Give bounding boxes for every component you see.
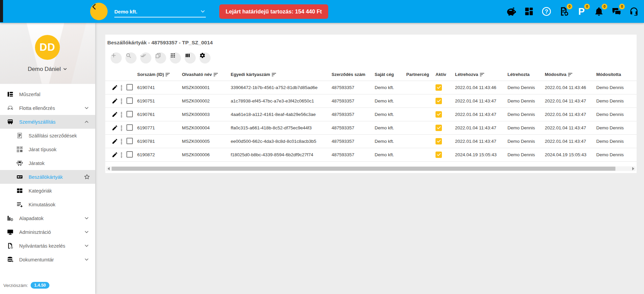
edit-row-button[interactable] bbox=[112, 98, 118, 104]
dashboard-icon bbox=[7, 91, 14, 98]
help-icon: ? bbox=[541, 6, 552, 17]
column-header[interactable]: Létrehozva bbox=[455, 72, 507, 77]
search-button[interactable] bbox=[125, 52, 137, 64]
filter-icon[interactable] bbox=[272, 73, 276, 76]
apps-grid-button[interactable] bbox=[524, 6, 534, 17]
cell-created_by: Demo Dennis bbox=[507, 85, 545, 90]
active-checkbox[interactable] bbox=[435, 152, 442, 158]
sidebar-collapse-button[interactable] bbox=[90, 3, 108, 20]
grid-button[interactable] bbox=[170, 52, 181, 64]
row-checkbox[interactable] bbox=[126, 124, 133, 131]
cell-id: 6190872 bbox=[137, 152, 182, 157]
filter-icon[interactable] bbox=[568, 73, 572, 76]
add-button[interactable] bbox=[111, 52, 122, 64]
chevron-down-icon bbox=[84, 243, 89, 249]
sidebar-item-5[interactable]: Járatok bbox=[0, 156, 95, 170]
edit-row-button[interactable] bbox=[112, 125, 118, 131]
columns-icon bbox=[185, 52, 196, 64]
column-header[interactable]: Szerződés szám bbox=[332, 72, 375, 77]
sidebar-item-9[interactable]: Alapadatok bbox=[0, 211, 95, 225]
sidebar-item-3[interactable]: Szállítási szerződések bbox=[0, 129, 95, 142]
filter-icon[interactable] bbox=[214, 73, 218, 76]
table-row[interactable]: 6190781MSZK000005ee00d500-662c-4da3-8c8d… bbox=[105, 135, 637, 148]
filter-icon[interactable] bbox=[165, 73, 170, 76]
column-header[interactable]: Saját cég bbox=[375, 72, 406, 77]
cell-own_company: Demo kft. bbox=[375, 125, 406, 130]
column-header[interactable]: Partnercég bbox=[406, 72, 435, 77]
edit-row-button[interactable] bbox=[112, 111, 118, 118]
version-info: Verziószám: 1.4.50 bbox=[3, 282, 49, 289]
cell-id: 6190751 bbox=[137, 98, 182, 103]
active-checkbox[interactable] bbox=[435, 84, 442, 91]
settings-button[interactable] bbox=[199, 52, 211, 64]
avatar[interactable]: DD bbox=[35, 35, 60, 60]
scroll-left-arrow[interactable] bbox=[106, 166, 111, 171]
count-badge: 0 bbox=[584, 4, 590, 9]
cell-readable_name: MSZK000006 bbox=[182, 152, 231, 157]
sidebar-item-6[interactable]: Beszállókártyák bbox=[0, 170, 95, 184]
edit-pencil-icon bbox=[112, 98, 118, 104]
active-checkbox[interactable] bbox=[435, 138, 442, 144]
row-checkbox[interactable] bbox=[126, 97, 133, 104]
sidebar-item-12[interactable]: Dokumentumtár bbox=[0, 253, 95, 266]
help-button[interactable]: ? bbox=[541, 6, 552, 17]
sidebar-item-label: Alapadatok bbox=[19, 216, 84, 221]
cell-modified_by: Demo Dennis bbox=[596, 85, 637, 90]
filter-icon[interactable] bbox=[480, 73, 484, 76]
parking-button[interactable]: P0 bbox=[576, 6, 587, 17]
sidebar-item-2[interactable]: Személyszállítás bbox=[0, 115, 95, 129]
active-checkbox[interactable] bbox=[435, 98, 442, 104]
support-headset-button[interactable] bbox=[629, 6, 639, 17]
column-header[interactable]: Olvasható név bbox=[182, 72, 231, 77]
sidebar-item-8[interactable]: Kimutatások bbox=[0, 198, 95, 211]
row-checkbox[interactable] bbox=[126, 111, 133, 117]
scroll-right-arrow[interactable] bbox=[631, 166, 636, 171]
column-header[interactable]: Aktív bbox=[435, 72, 455, 77]
cell-modified: 2022.01.04 11:43:47 bbox=[545, 98, 596, 103]
sidebar-item-11[interactable]: Nyilvántartás kezelés bbox=[0, 239, 95, 253]
document-sync-button[interactable]: 0 bbox=[559, 6, 569, 17]
column-header[interactable]: Módosította bbox=[596, 72, 637, 77]
cell-created_by: Demo Dennis bbox=[507, 98, 545, 103]
favorite-star-icon[interactable] bbox=[84, 174, 90, 180]
piggy-bank-button[interactable] bbox=[506, 6, 517, 17]
column-header[interactable]: Egyedi kártyaszám bbox=[231, 72, 332, 77]
notifications-button[interactable]: 0 bbox=[594, 6, 604, 17]
row-checkbox[interactable] bbox=[126, 138, 133, 144]
sidebar-item-4[interactable]: Járat típusok bbox=[0, 142, 95, 156]
column-header[interactable]: Létrehozta bbox=[507, 72, 545, 77]
columns-button[interactable] bbox=[185, 52, 196, 64]
cell-modified_by: Demo Dennis bbox=[596, 152, 637, 157]
copy-button[interactable] bbox=[155, 52, 166, 64]
edit-row-button[interactable] bbox=[112, 84, 118, 91]
table-row[interactable]: 6190741MSZK00000133906472-1b7b-4561-a752… bbox=[105, 81, 637, 94]
edit-row-button[interactable] bbox=[112, 152, 118, 158]
select-all-button[interactable] bbox=[140, 52, 151, 64]
sidebar-item-0[interactable]: Műszerfal bbox=[0, 87, 95, 101]
scrollbar-thumb[interactable] bbox=[112, 167, 615, 171]
table-row[interactable]: 6190771MSZK000004ffa0c315-a661-418b-8c52… bbox=[105, 121, 637, 135]
user-menu[interactable]: Demo Dániel bbox=[0, 66, 95, 73]
edit-row-button[interactable] bbox=[112, 138, 118, 144]
column-header[interactable]: Sorszám (ID) bbox=[137, 72, 182, 77]
column-header[interactable]: Módosítva bbox=[545, 72, 596, 77]
table-row[interactable]: 6190751MSZK000002a1c78938-ef45-47bc-a7e3… bbox=[105, 94, 637, 108]
messages-button[interactable]: 0 bbox=[611, 6, 622, 17]
horizontal-scrollbar[interactable] bbox=[106, 166, 636, 171]
sidebar-item-7[interactable]: Kategóriák bbox=[0, 184, 95, 198]
row-checkbox[interactable] bbox=[126, 84, 133, 90]
sidebar-item-10[interactable]: Adminisztráció bbox=[0, 225, 95, 239]
collapsed-drawer-edge bbox=[0, 0, 3, 22]
version-badge: 1.4.50 bbox=[31, 282, 50, 289]
cell-readable_name: MSZK000005 bbox=[182, 139, 231, 144]
table-row[interactable]: 6190761MSZK0000034aa61e18-a112-4161-8eaf… bbox=[105, 108, 637, 121]
active-checkbox[interactable] bbox=[435, 111, 442, 118]
overdue-debt-alert[interactable]: Lejárt határidejű tartozás: 154 440 Ft bbox=[219, 4, 328, 19]
row-checkbox[interactable] bbox=[126, 151, 133, 158]
company-select[interactable]: Demo kft. bbox=[114, 6, 206, 17]
active-checkbox[interactable] bbox=[435, 125, 442, 131]
sidebar-item-1[interactable]: Flotta ellenőrzés bbox=[0, 101, 95, 115]
table-row[interactable]: 6190872MSZK000006f18025d0-b8bc-4339-8594… bbox=[105, 148, 637, 162]
version-label: Verziószám: bbox=[3, 283, 28, 288]
cell-readable_name: MSZK000001 bbox=[182, 85, 231, 90]
